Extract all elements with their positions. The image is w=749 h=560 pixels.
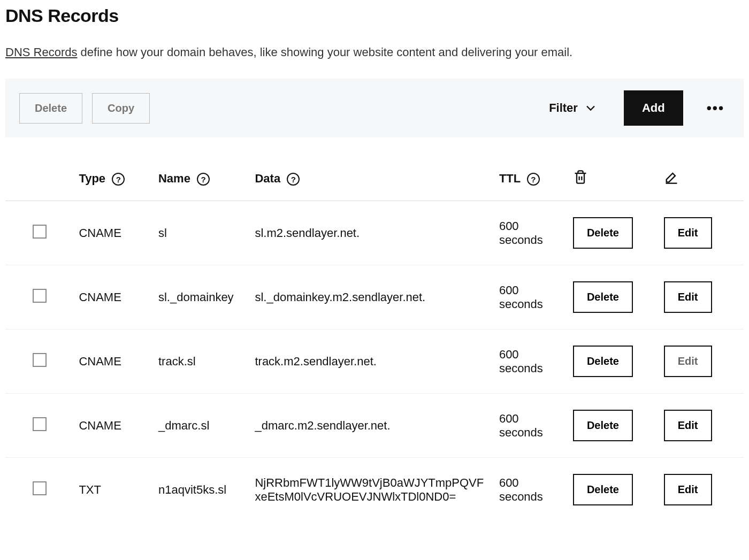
cell-ttl: 600 seconds: [494, 201, 568, 265]
row-delete-button[interactable]: Delete: [573, 281, 633, 313]
toolbar: Delete Copy Filter Add •••: [5, 79, 744, 137]
edit-icon: [664, 170, 679, 185]
row-checkbox[interactable]: [33, 353, 47, 367]
row-checkbox[interactable]: [33, 289, 47, 303]
filter-dropdown[interactable]: Filter: [549, 101, 598, 116]
cell-name: _dmarc.sl: [153, 394, 249, 458]
row-delete-button[interactable]: Delete: [573, 217, 633, 249]
row-checkbox[interactable]: [33, 481, 47, 495]
row-checkbox[interactable]: [33, 225, 47, 239]
cell-type: CNAME: [73, 201, 153, 265]
col-header-data: Data ?: [249, 159, 493, 201]
cell-ttl: 600 seconds: [494, 394, 568, 458]
table-row: CNAME sl._domainkey sl._domainkey.m2.sen…: [5, 265, 744, 329]
help-icon[interactable]: ?: [197, 173, 210, 186]
table-row: CNAME _dmarc.sl _dmarc.m2.sendlayer.net.…: [5, 394, 744, 458]
filter-label: Filter: [549, 101, 578, 115]
cell-name: track.sl: [153, 329, 249, 394]
row-delete-button[interactable]: Delete: [573, 474, 633, 505]
more-menu-button[interactable]: •••: [707, 100, 724, 117]
table-row: CNAME sl sl.m2.sendlayer.net. 600 second…: [5, 201, 744, 265]
col-header-edit: [659, 159, 744, 201]
chevron-down-icon: [583, 101, 598, 116]
row-checkbox[interactable]: [33, 417, 47, 431]
cell-data: sl.m2.sendlayer.net.: [249, 201, 493, 265]
col-header-ttl: TTL ?: [494, 159, 568, 201]
col-header-delete: [568, 159, 659, 201]
cell-name: n1aqvit5ks.sl: [153, 458, 249, 522]
row-edit-button[interactable]: Edit: [664, 474, 712, 505]
cell-ttl: 600 seconds: [494, 329, 568, 394]
copy-button[interactable]: Copy: [92, 93, 150, 124]
table-row: TXT n1aqvit5ks.sl NjRRbmFWT1lyWW9tVjB0aW…: [5, 458, 744, 522]
cell-type: CNAME: [73, 329, 153, 394]
cell-type: CNAME: [73, 265, 153, 329]
dns-records-table: Type ? Name ? Data ? TTL ?: [5, 159, 744, 521]
page-title: DNS Records: [5, 5, 744, 26]
table-header-row: Type ? Name ? Data ? TTL ?: [5, 159, 744, 201]
cell-name: sl._domainkey: [153, 265, 249, 329]
row-delete-button[interactable]: Delete: [573, 346, 633, 377]
cell-ttl: 600 seconds: [494, 265, 568, 329]
cell-data: track.m2.sendlayer.net.: [249, 329, 493, 394]
help-icon[interactable]: ?: [112, 173, 125, 186]
table-row: CNAME track.sl track.m2.sendlayer.net. 6…: [5, 329, 744, 394]
col-header-name: Name ?: [153, 159, 249, 201]
cell-data: NjRRbmFWT1lyWW9tVjB0aWJYTmpPQVFxeEtsM0lV…: [249, 458, 493, 522]
trash-icon: [573, 170, 588, 185]
row-edit-button[interactable]: Edit: [664, 346, 712, 377]
dns-records-link[interactable]: DNS Records: [5, 45, 77, 59]
row-edit-button[interactable]: Edit: [664, 217, 712, 249]
add-button[interactable]: Add: [624, 90, 683, 126]
cell-type: TXT: [73, 458, 153, 522]
help-icon[interactable]: ?: [287, 173, 300, 186]
help-icon[interactable]: ?: [527, 173, 540, 186]
row-delete-button[interactable]: Delete: [573, 410, 633, 441]
cell-type: CNAME: [73, 394, 153, 458]
cell-ttl: 600 seconds: [494, 458, 568, 522]
cell-name: sl: [153, 201, 249, 265]
page-description: DNS Records define how your domain behav…: [5, 45, 744, 59]
description-text: define how your domain behaves, like sho…: [77, 45, 572, 59]
row-edit-button[interactable]: Edit: [664, 281, 712, 313]
cell-data: _dmarc.m2.sendlayer.net.: [249, 394, 493, 458]
col-header-type: Type ?: [73, 159, 153, 201]
row-edit-button[interactable]: Edit: [664, 410, 712, 441]
cell-data: sl._domainkey.m2.sendlayer.net.: [249, 265, 493, 329]
delete-button[interactable]: Delete: [19, 93, 82, 124]
